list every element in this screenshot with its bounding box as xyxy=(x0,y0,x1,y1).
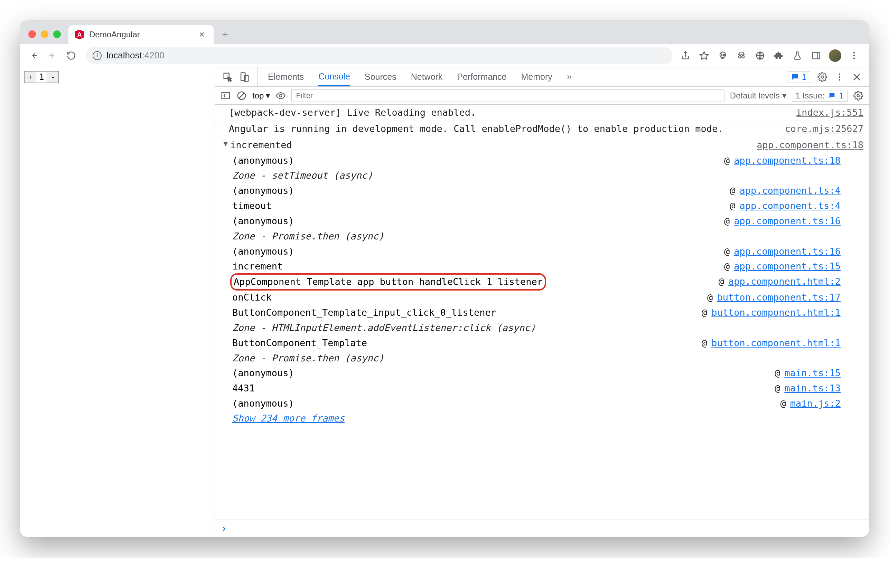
source-link[interactable]: index.js:551 xyxy=(796,105,863,120)
incognito-icon[interactable] xyxy=(736,50,747,62)
stack-frame: Zone - Promise.then (async) xyxy=(232,229,869,244)
source-link[interactable]: app.component.ts:16 xyxy=(734,244,841,259)
stack-frame: ButtonComponent_Template@button.componen… xyxy=(232,336,869,351)
at-symbol: @ xyxy=(702,305,707,320)
source-link[interactable]: core.mjs:25627 xyxy=(785,122,863,136)
back-button[interactable] xyxy=(26,48,42,63)
inspect-element-icon[interactable] xyxy=(222,72,233,82)
stack-frame: AppComponent_Template_app_button_handleC… xyxy=(232,274,869,290)
source-link[interactable]: app.component.ts:4 xyxy=(739,199,841,213)
minimize-window-button[interactable] xyxy=(41,30,48,38)
address-bar[interactable]: i localhost:4200 xyxy=(86,47,673,64)
issues-button[interactable]: 1 Issue: 1 xyxy=(792,90,847,102)
tab-performance[interactable]: Performance xyxy=(457,68,506,86)
stack-frame: Zone - Promise.then (async) xyxy=(232,351,869,366)
show-more-link[interactable]: Show 234 more frames xyxy=(232,413,345,423)
source-link[interactable]: app.component.html:2 xyxy=(728,274,841,289)
tab-network[interactable]: Network xyxy=(411,68,443,86)
share-icon[interactable] xyxy=(680,50,691,62)
extension-skull-icon[interactable] xyxy=(717,50,728,62)
extension-globe-icon[interactable] xyxy=(754,50,766,62)
source-link[interactable]: app.component.ts:18 xyxy=(757,138,863,152)
sidebar-toggle-icon[interactable] xyxy=(221,90,231,101)
source-link[interactable]: main.ts:13 xyxy=(784,381,841,396)
content-area: + 1 - Elements Console Sources Network P… xyxy=(20,67,869,537)
forward-button[interactable] xyxy=(45,48,60,63)
source-link[interactable]: app.component.ts:4 xyxy=(739,183,841,198)
frame-name: ButtonComponent_Template xyxy=(232,336,367,350)
tab-sources[interactable]: Sources xyxy=(365,68,396,86)
device-toggle-icon[interactable] xyxy=(239,72,249,82)
console-toolbar: top ▾ Default levels ▾ 1 Issue: 1 xyxy=(215,87,869,105)
svg-point-13 xyxy=(853,55,855,56)
source-link[interactable]: button.component.html:1 xyxy=(711,336,841,350)
reload-button[interactable] xyxy=(64,48,79,63)
tab-elements[interactable]: Elements xyxy=(268,68,304,86)
maximize-window-button[interactable] xyxy=(53,30,61,38)
close-devtools-icon[interactable] xyxy=(851,72,862,82)
profile-avatar[interactable] xyxy=(829,50,841,62)
svg-point-7 xyxy=(739,56,741,58)
messages-badge[interactable]: 1 xyxy=(787,71,810,83)
disclosure-triangle-icon[interactable]: ▼ xyxy=(223,138,228,150)
tabs-overflow-icon[interactable] xyxy=(853,29,863,39)
stack-frame: increment@app.component.ts:15 xyxy=(232,259,869,274)
source-link[interactable]: main.js:2 xyxy=(790,396,841,411)
frame-name: AppComponent_Template_app_button_handleC… xyxy=(232,274,544,290)
messages-count: 1 xyxy=(802,72,806,82)
svg-point-21 xyxy=(839,79,841,81)
site-info-icon[interactable]: i xyxy=(93,51,102,60)
tab-console[interactable]: Console xyxy=(318,68,350,86)
context-selector[interactable]: top ▾ xyxy=(252,91,270,100)
live-expression-icon[interactable] xyxy=(275,90,286,101)
log-levels-selector[interactable]: Default levels ▾ xyxy=(730,91,786,100)
zone-label: Zone - Promise.then (async) xyxy=(232,229,384,243)
tab-strip: DemoAngular × + xyxy=(20,21,869,44)
console-settings-icon[interactable] xyxy=(853,90,863,101)
new-tab-button[interactable]: + xyxy=(217,26,233,42)
svg-point-18 xyxy=(821,76,824,78)
frame-name: (anonymous) xyxy=(232,396,294,411)
stack-frame: (anonymous)@app.component.ts:16 xyxy=(232,213,869,229)
increment-button[interactable]: + xyxy=(24,72,36,82)
svg-line-26 xyxy=(239,93,244,98)
source-link[interactable]: button.component.html:1 xyxy=(711,305,841,320)
stack-frame: Zone - setTimeout (async) xyxy=(232,168,869,183)
svg-point-6 xyxy=(724,54,725,55)
svg-point-19 xyxy=(839,73,841,75)
gear-icon[interactable] xyxy=(817,72,827,82)
side-panel-icon[interactable] xyxy=(810,50,822,62)
browser-tab[interactable]: DemoAngular × xyxy=(68,25,213,44)
svg-point-27 xyxy=(279,94,282,97)
source-link[interactable]: app.component.ts:18 xyxy=(734,153,841,168)
extension-flask-icon[interactable] xyxy=(791,50,803,62)
source-link[interactable]: main.ts:15 xyxy=(784,366,841,380)
clear-console-icon[interactable] xyxy=(236,90,247,101)
devtools-tabs: Elements Console Sources Network Perform… xyxy=(215,68,869,87)
close-tab-icon[interactable]: × xyxy=(199,30,205,39)
zone-label: Zone - HTMLInputElement.addEventListener… xyxy=(232,321,536,335)
extensions-puzzle-icon[interactable] xyxy=(773,50,785,62)
console-prompt[interactable]: › xyxy=(215,520,869,537)
at-symbol: @ xyxy=(719,274,724,289)
window-controls xyxy=(26,30,65,44)
close-window-button[interactable] xyxy=(29,30,36,38)
stack-trace: (anonymous)@app.component.ts:18Zone - se… xyxy=(215,153,869,411)
devtools-menu-icon[interactable] xyxy=(834,72,845,82)
chrome-menu-icon[interactable] xyxy=(848,50,860,62)
decrement-button[interactable]: - xyxy=(47,72,59,82)
frame-name: timeout xyxy=(232,199,272,213)
source-link[interactable]: button.component.ts:17 xyxy=(717,290,841,305)
log-row: [webpack-dev-server] Live Reloading enab… xyxy=(215,105,869,121)
stack-frame: (anonymous)@app.component.ts:4 xyxy=(232,183,869,198)
svg-point-12 xyxy=(853,52,855,54)
more-tabs-icon[interactable]: » xyxy=(563,72,576,82)
trace-group-header[interactable]: ▼ incremented app.component.ts:18 xyxy=(215,137,869,153)
source-link[interactable]: app.component.ts:16 xyxy=(734,214,841,228)
frame-name: (anonymous) xyxy=(232,366,294,380)
bookmark-star-icon[interactable] xyxy=(698,50,710,62)
frame-name: 4431 xyxy=(232,381,255,396)
tab-memory[interactable]: Memory xyxy=(521,68,552,86)
source-link[interactable]: app.component.ts:15 xyxy=(734,259,841,274)
filter-input[interactable] xyxy=(291,90,724,102)
